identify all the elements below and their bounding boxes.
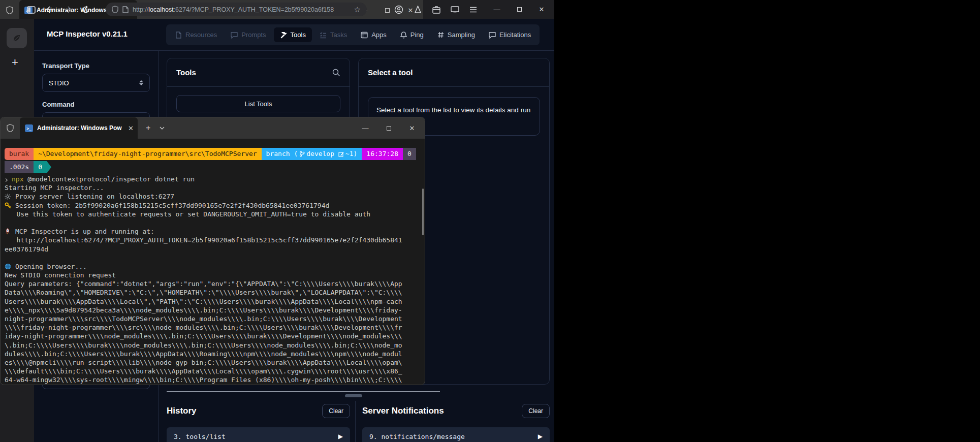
text-span: Opening browser... [15, 263, 87, 270]
prompt-exitcode-segment: 0 [34, 161, 47, 173]
text-span: \\\\friday-night-programmer\\\\src\\\\no… [5, 324, 402, 331]
history-clear-button[interactable]: Clear [322, 404, 350, 418]
gear-icon [5, 193, 12, 201]
prompt-chevron-icon [5, 178, 8, 182]
terminal2-prompt-wrap: .002s 0 [5, 161, 421, 173]
terminal-output-line [5, 254, 421, 262]
menu-icon[interactable] [466, 4, 480, 16]
tab-sampling[interactable]: Sampling [431, 27, 481, 42]
reload-icon[interactable] [79, 4, 92, 16]
terminal-output-line [5, 218, 421, 227]
tab-elicitations[interactable]: Elicitations [483, 27, 537, 42]
bookmark-star-icon[interactable]: ☆ [354, 5, 361, 14]
server-notifications-title: Server Notifications [362, 406, 444, 416]
browser-maximize-button[interactable] [508, 0, 530, 19]
browser-new-tab-button[interactable]: + [12, 57, 18, 68]
bell-icon [400, 31, 407, 39]
text-span: ee03761794d [5, 245, 48, 253]
prompt-user-segment: burak [5, 148, 34, 160]
terminal-output-line: \.bin;C:\\\\Users\\\\burak\\\\node_modul… [5, 341, 421, 350]
terminal2-tab-close-icon[interactable]: ✕ [128, 124, 134, 132]
account-icon[interactable] [392, 4, 405, 16]
terminal-output-line: \\\\friday-night-programmer\\\\src\\\\no… [5, 323, 421, 332]
terminal2-new-tab-button[interactable]: + [146, 123, 150, 133]
terminal-output-line: night-programmer\\\\src\\\\TodoMCPServer… [5, 314, 421, 323]
files-icon [175, 31, 182, 39]
reading-mode-icon[interactable] [448, 4, 461, 16]
edit-icon [338, 151, 344, 157]
tab-label: Tasks [330, 31, 347, 39]
ai-assistant-icon[interactable] [411, 4, 424, 16]
terminal-output-line: e\\\\_npx\\\\5a9d879542beca3a\\\\node_mo… [5, 306, 421, 314]
text-span: Data\\\\Roaming\",\"HOMEDRIVE\":\"C:\",\… [5, 289, 402, 296]
terminal2-tab[interactable]: >_ Administrator: Windows Pow ✕ [20, 117, 138, 139]
text-span: Proxy server listening on localhost:6277 [15, 193, 174, 200]
text-span: \.bin;C:\\\\Users\\\\burak\\\\node_modul… [5, 341, 402, 349]
text-span: iday-night-programmer\\\\node_modules\\\… [5, 332, 402, 340]
notification-items: 9. notifications/message▶ [362, 427, 550, 442]
tab-apps[interactable]: Apps [355, 27, 393, 42]
vertical-tabs-toggle-icon[interactable] [24, 4, 38, 16]
terminal2-maximize-button[interactable] [377, 117, 400, 139]
terminal-output-line: iday-night-programmer\\\\node_modules\\\… [5, 332, 421, 340]
terminal-output-line: http://localhost:6274/?MCP_PROXY_AUTH_TO… [5, 236, 421, 244]
text-span: \\\default\\\\bin;C:\\\\Users\\\\burak\\… [5, 367, 402, 375]
forward-icon[interactable] [61, 4, 75, 16]
notification-item-label: 9. notifications/message [369, 433, 465, 440]
tab-label: Elicitations [499, 31, 531, 39]
terminal-output-line: Session token: 2b5f99020a6f158b15215c5cf… [5, 201, 421, 210]
wallet-box-icon[interactable] [430, 4, 443, 16]
url-text[interactable]: http://localhost:6274/?MCP_PROXY_AUTH_TO… [133, 6, 350, 13]
terminal2-scrollbar[interactable] [422, 188, 424, 235]
shield-icon [112, 6, 118, 13]
terminal2-content[interactable]: burak ~\Development\friday-night-program… [1, 139, 425, 385]
panel-splitter[interactable] [167, 391, 440, 392]
tab-tasks[interactable]: Tasks [313, 27, 353, 42]
terminal-output-line: Query parameters: {"command":"dotnet","a… [5, 279, 421, 288]
terminal2-close-button[interactable]: ✕ [400, 117, 424, 139]
tab-prompts[interactable]: Prompts [225, 27, 272, 42]
inspector-header: MCP Inspector v0.21.1 ResourcesPromptsTo… [34, 19, 554, 51]
browser-close-button[interactable]: ✕ [530, 0, 553, 19]
page-icon [122, 6, 129, 13]
inspector-nav: ResourcesPromptsToolsTasksAppsPingSampli… [166, 24, 540, 45]
bottom-panel-divider [355, 401, 356, 442]
text-span: MCP Inspector is up and running at: [15, 228, 154, 235]
text-span: Users\\\\burak\\\\AppData\\\\Local\",\"P… [5, 298, 402, 305]
history-item[interactable]: 3. tools/list▶ [167, 427, 350, 442]
history-panel: History Clear 3. tools/list▶ [167, 401, 350, 442]
terminal2-tab-dropdown-icon[interactable] [160, 127, 165, 130]
tab-resources[interactable]: Resources [169, 27, 223, 42]
transport-type-select[interactable]: STDIO [42, 74, 150, 92]
terminal-output-line: MCP Inspector is up and running at: [5, 227, 421, 236]
tab-tools[interactable]: Tools [274, 27, 312, 42]
tab-label: Sampling [448, 31, 475, 39]
transport-type-label: Transport Type [42, 62, 150, 70]
browser-active-tab-button[interactable] [7, 28, 27, 48]
text-span: Use this token to authenticate requests … [5, 210, 370, 218]
splitter-drag-handle[interactable] [345, 394, 362, 397]
terminal-output-line: dules\\\\.bin;C:\\\\Users\\\\burak\\\\Ap… [5, 350, 421, 358]
back-icon[interactable] [43, 4, 56, 16]
chat-icon [489, 31, 496, 39]
search-icon[interactable] [332, 69, 340, 77]
tab-ping[interactable]: Ping [394, 27, 430, 42]
play-icon[interactable]: ▶ [338, 433, 343, 440]
play-icon[interactable]: ▶ [538, 433, 543, 440]
terminal-output-line: 64-w64-mingw32\\\\sys-root\\\\mingw\\\\b… [5, 375, 421, 384]
rocket-icon [5, 228, 12, 236]
notifications-clear-button[interactable]: Clear [522, 404, 550, 418]
tab-label: Ping [410, 31, 424, 39]
notification-item[interactable]: 9. notifications/message▶ [362, 427, 550, 442]
history-items: 3. tools/list▶ [167, 427, 350, 442]
list-tools-button[interactable]: List Tools [176, 95, 340, 112]
tasks-icon [320, 31, 327, 39]
address-bar[interactable]: http://localhost:6274/?MCP_PROXY_AUTH_TO… [106, 3, 367, 16]
page-title: MCP Inspector v0.21.1 [47, 29, 128, 38]
terminal2-minimize-button[interactable]: — [354, 117, 377, 139]
browser-minimize-button[interactable]: — [486, 0, 508, 19]
terminal-output-line: Proxy server listening on localhost:6277 [5, 192, 421, 201]
server-notifications-panel: Server Notifications Clear 9. notificati… [362, 401, 550, 442]
terminal-output-line: es\\\\@npmcli\\\\run-script\\\\lib\\\\no… [5, 358, 421, 367]
text-span: dules\\\\.bin;C:\\\\Users\\\\burak\\\\Ap… [5, 350, 402, 358]
